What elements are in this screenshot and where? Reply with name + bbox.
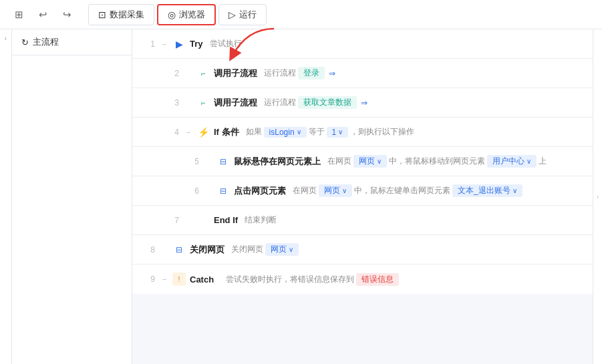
- if-icon: ⚡: [196, 126, 210, 139]
- step-icon-arrow: ⇒: [329, 69, 335, 78]
- step-number: 5: [183, 157, 199, 166]
- step-label: 鼠标悬停在网页元素上: [234, 156, 321, 168]
- no-collapse: [183, 215, 194, 226]
- endif-icon: [196, 214, 210, 227]
- no-collapse: [183, 98, 194, 108]
- undo-icon: ↩: [39, 9, 47, 21]
- step-tag[interactable]: 文本_退出账号 ∨: [452, 184, 522, 197]
- collapse-btn[interactable]: −: [159, 274, 170, 285]
- step-tag[interactable]: 1 ∨: [327, 127, 349, 138]
- undo-button[interactable]: ↩: [32, 4, 53, 25]
- step-row: 8 ⊟ 关闭网页 关闭网页 网页 ∨: [132, 235, 593, 264]
- data-collect-label: 数据采集: [110, 9, 144, 21]
- step-label: 调用子流程: [214, 97, 257, 109]
- step-desc: 如果: [246, 126, 262, 138]
- step-label: 调用子流程: [214, 67, 257, 79]
- step-label: 点击网页元素: [234, 185, 286, 197]
- step-number: 8: [139, 245, 155, 254]
- close-icon: ⊟: [172, 243, 186, 256]
- step-tag[interactable]: 错误信息: [356, 273, 399, 286]
- step-number: 1: [139, 39, 155, 49]
- step-row: 3 ⌐ 调用子流程 运行流程 获取文章数据 ⇒: [132, 88, 593, 118]
- step-tag[interactable]: 用户中心 ∨: [487, 155, 537, 168]
- step-desc: 运行流程: [264, 97, 296, 108]
- redo-icon: ↪: [63, 9, 71, 21]
- step-desc: 尝试失败时执行，将错误信息保存到: [226, 274, 354, 285]
- click-icon: ⊟: [216, 184, 230, 198]
- step-desc: 在网页: [327, 156, 351, 167]
- no-collapse: [159, 244, 170, 255]
- step-label: Try: [190, 39, 203, 49]
- step-row: 9 − ! Catch 尝试失败时执行，将错误信息保存到 错误信息: [132, 264, 593, 294]
- step-desc: 上: [539, 156, 547, 167]
- catch-icon: !: [172, 272, 186, 286]
- step-number: 4: [163, 128, 179, 137]
- collapse-btn[interactable]: −: [159, 39, 170, 49]
- step-number: 3: [163, 98, 179, 108]
- redo-button[interactable]: ↪: [56, 4, 78, 25]
- step-row: 6 ⊟ 点击网页元素 在网页 网页 ∨ 中，鼠标左键单击网页元素 文本_退出账号…: [132, 176, 593, 206]
- step-desc: 等于: [309, 126, 325, 138]
- right-handle[interactable]: ›: [593, 29, 602, 364]
- browser-icon: ◎: [168, 9, 176, 20]
- no-collapse: [203, 186, 214, 196]
- step-label: If 条件: [214, 126, 239, 138]
- collapse-btn[interactable]: −: [183, 127, 194, 138]
- run-button[interactable]: ▷ 运行: [218, 4, 267, 25]
- subprocess-icon: ⌐: [196, 67, 210, 80]
- flow-title: 主流程: [33, 36, 59, 48]
- step-desc: 结束判断: [245, 214, 277, 226]
- step-desc: 运行流程: [264, 67, 296, 79]
- flow-header-icon: ↻: [21, 37, 29, 47]
- step-icon-arrow: ⇒: [361, 98, 367, 108]
- step-tag[interactable]: 登录: [298, 67, 325, 79]
- step-row: 2 ⌐ 调用子流程 运行流程 登录 ⇒: [132, 59, 593, 88]
- toolbar: ⊞ ↩ ↪ ⊡ 数据采集 ◎ 浏览器 ▷ 运行: [0, 0, 602, 29]
- step-tag[interactable]: 网页 ∨: [319, 184, 352, 197]
- step-number: 2: [163, 69, 179, 78]
- step-row: 1 − ▶ Try 尝试执行: [132, 29, 593, 59]
- layout-icon: ⊞: [15, 9, 23, 21]
- run-label: 运行: [239, 9, 257, 21]
- flow-panel: ↻ 主流程: [12, 29, 132, 364]
- step-number: 9: [139, 275, 155, 284]
- step-tag[interactable]: 网页 ∨: [265, 243, 299, 256]
- no-collapse: [203, 156, 214, 167]
- step-row: 5 ⊟ 鼠标悬停在网页元素上 在网页 网页 ∨ 中，将鼠标移动到网页元素 用户中…: [132, 147, 593, 176]
- no-collapse: [183, 68, 194, 79]
- browser-label: 浏览器: [179, 9, 205, 21]
- step-number: 6: [183, 186, 199, 196]
- sidebar-toggle[interactable]: ‹: [0, 29, 12, 364]
- right-handle-icon: ›: [597, 193, 599, 200]
- content-area: 1 − ▶ Try 尝试执行 2 ⌐ 调用子流程 运行流程 登录 ⇒ 3 ⌐ 调…: [132, 29, 593, 364]
- subprocess-icon: ⌐: [196, 96, 210, 110]
- step-label: 关闭网页: [190, 244, 224, 256]
- step-desc: 中，将鼠标移动到网页元素: [389, 156, 485, 167]
- step-label: Catch: [190, 275, 214, 285]
- step-row: 7 End If 结束判断: [132, 206, 593, 235]
- step-tag[interactable]: 获取文章数据: [298, 96, 357, 109]
- run-icon: ▷: [229, 9, 236, 20]
- step-row: 4 − ⚡ If 条件 如果 isLogin ∨ 等于 1 ∨ ，则执行以下操作: [132, 118, 593, 147]
- data-collect-button[interactable]: ⊡ 数据采集: [88, 4, 154, 25]
- step-label: End If: [214, 215, 238, 225]
- main-area: ‹ ↻ 主流程 1 − ▶ Try 尝试执行 2 ⌐ 调用子流程 运行流程 登录…: [0, 29, 602, 364]
- sidebar-toggle-icon: ‹: [5, 35, 7, 42]
- step-tag[interactable]: 网页 ∨: [353, 155, 387, 168]
- step-desc: 关闭网页: [231, 244, 263, 255]
- layout-button[interactable]: ⊞: [8, 4, 29, 25]
- browser-button[interactable]: ◎ 浏览器: [157, 4, 216, 25]
- step-desc: ，则执行以下操作: [350, 126, 414, 138]
- step-number: 7: [163, 216, 179, 225]
- step-tag[interactable]: isLogin ∨: [264, 127, 307, 138]
- step-desc: 尝试执行: [210, 38, 242, 49]
- data-collect-icon: ⊡: [98, 9, 106, 20]
- flow-header: ↻ 主流程: [12, 29, 132, 55]
- step-desc: 中，鼠标左键单击网页元素: [354, 185, 450, 196]
- mouse-icon: ⊟: [216, 155, 230, 168]
- try-icon: ▶: [172, 37, 186, 51]
- step-desc: 在网页: [293, 185, 317, 196]
